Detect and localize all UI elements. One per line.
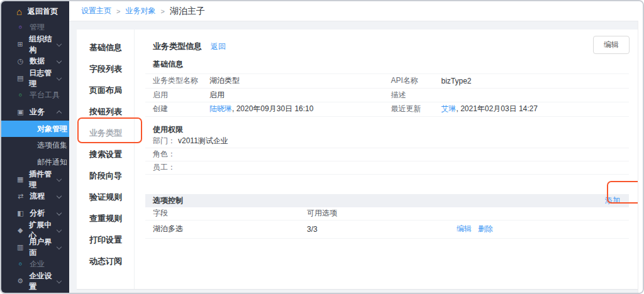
- main-sidebar: ⌂ 返回首页 ○ 管理 ⊞ 组织结构 ◷ 数据 ▤ 日志管理 ○ 平台工具 ▣: [1, 1, 69, 293]
- field-label: 启用: [153, 90, 209, 101]
- breadcrumb-business-objects[interactable]: 业务对象: [125, 6, 155, 16]
- field-name-cell: 湖泊多选: [153, 224, 307, 234]
- sidebar-item-label: 组织结构: [29, 34, 57, 55]
- row-edit-link[interactable]: 编辑: [457, 224, 472, 234]
- basic-info-header: 基础信息: [145, 59, 629, 70]
- created-by-user-link[interactable]: 陆晓琳: [209, 104, 232, 114]
- sidebar-item-business[interactable]: ▣ 业务: [1, 104, 69, 121]
- detail-panel: 编辑 业务类型信息 返回 基础信息 业务类型名称 湖泊类型 API名称 bizT…: [135, 30, 638, 289]
- ui-icon: ▥: [16, 244, 24, 251]
- sidebar-item-user-interface[interactable]: ▥ 用户界面: [1, 239, 69, 256]
- sidebar-item-label: 插件管理: [29, 169, 57, 190]
- chevron-down-icon: [57, 75, 62, 80]
- breadcrumb-separator: >: [116, 8, 120, 15]
- field-label: 创建: [153, 104, 209, 114]
- extension-icon: ◆: [16, 227, 24, 234]
- business-type-name-value: 湖泊类型: [209, 75, 240, 86]
- created-time: , 2020年09月30日 16:10: [232, 104, 313, 114]
- dept-label: 部门：: [153, 136, 175, 146]
- workflow-icon: ⇄: [16, 193, 25, 200]
- sidebar-item-label: 管理: [30, 22, 45, 33]
- dept-value: v2011测试企业: [178, 136, 228, 146]
- tab-search-settings[interactable]: 搜索设置: [77, 144, 134, 165]
- permissions-header: 使用权限: [145, 124, 629, 135]
- chevron-down-icon: [57, 176, 62, 181]
- tab-stage-wizard[interactable]: 阶段向导: [77, 165, 134, 187]
- sidebar-item-label: 用户界面: [29, 237, 57, 258]
- api-name-value: bizType2: [441, 77, 472, 85]
- log-icon: ▤: [16, 75, 24, 82]
- updated-by-user-link[interactable]: 艾琳: [441, 104, 457, 114]
- sidebar-item-option-value-set[interactable]: 选项值集: [1, 137, 69, 154]
- breadcrumb: 设置主页 > 业务对象 > 湖泊主子: [69, 1, 643, 21]
- sidebar-subitem-label: 对象管理: [37, 124, 67, 134]
- add-link[interactable]: 添加: [605, 195, 620, 206]
- tab-page-layout[interactable]: 页面布局: [77, 80, 134, 101]
- sidebar-item-plugin-management[interactable]: ▦ 插件管理: [1, 171, 69, 188]
- chevron-down-icon: [57, 193, 62, 198]
- business-icon: ▣: [16, 109, 25, 116]
- sidebar-item-label: 业务: [30, 107, 45, 117]
- row-delete-link[interactable]: 删除: [478, 224, 493, 234]
- sidebar-item-label: 数据: [30, 56, 45, 67]
- analysis-icon: ◧: [16, 210, 25, 217]
- sidebar-item-platform-tools[interactable]: ○ 平台工具: [1, 87, 69, 104]
- main-card: 基础信息 字段列表 页面布局 按钮列表 业务类型 搜索设置 阶段向导 验证规则 …: [77, 30, 638, 290]
- chevron-down-icon: [57, 41, 62, 46]
- home-icon: ⌂: [16, 7, 22, 16]
- chevron-up-icon: [57, 111, 62, 116]
- sidebar-subitem-label: 邮件通知: [37, 157, 67, 168]
- column-available-options: 可用选项: [307, 208, 457, 219]
- home-label: 返回首页: [28, 6, 58, 17]
- tab-basic-info[interactable]: 基础信息: [77, 37, 134, 58]
- clock-icon: ◷: [16, 58, 25, 65]
- chevron-down-icon: [57, 244, 62, 249]
- chevron-down-icon: [57, 227, 62, 232]
- scrollbar-track[interactable]: [638, 21, 643, 293]
- breadcrumb-settings-home[interactable]: 设置主页: [81, 6, 111, 16]
- field-label: 最近更新: [391, 104, 441, 114]
- tab-business-type[interactable]: 业务类型: [77, 122, 134, 144]
- tab-field-list[interactable]: 字段列表: [77, 58, 134, 80]
- table-row: 湖泊多选 3/3 编辑 删除: [145, 220, 629, 239]
- window-frame: ⌂ 返回首页 ○ 管理 ⊞ 组织结构 ◷ 数据 ▤ 日志管理 ○ 平台工具 ▣: [0, 0, 644, 294]
- circle-icon: ○: [16, 24, 25, 30]
- sidebar-item-workflow[interactable]: ⇄ 流程: [1, 188, 69, 205]
- tab-dedupe-rules[interactable]: 查重规则: [77, 208, 134, 229]
- sidebar-home-link[interactable]: ⌂ 返回首页: [1, 4, 69, 19]
- page-title: 业务类型信息: [153, 41, 202, 52]
- field-label: API名称: [391, 75, 441, 86]
- sidebar-item-label: 企业设置: [29, 271, 57, 292]
- edit-button[interactable]: 编辑: [593, 36, 630, 54]
- circle-icon: ○: [16, 261, 25, 267]
- basic-info-grid: 业务类型名称 湖泊类型 API名称 bizType2 启用 启用 描述: [145, 74, 629, 117]
- role-label: 角色：: [153, 149, 175, 160]
- option-table-header: 字段 可用选项: [145, 207, 629, 220]
- tab-print-settings[interactable]: 打印设置: [77, 229, 134, 251]
- sidebar-subitem-label: 选项值集: [37, 140, 67, 151]
- option-control-header: 选项控制: [153, 195, 183, 206]
- sidebar-item-object-management[interactable]: 对象管理: [1, 121, 69, 137]
- sidebar-item-org-structure[interactable]: ⊞ 组织结构: [1, 36, 69, 53]
- staff-label: 员工：: [153, 162, 175, 173]
- sidebar-item-log-management[interactable]: ▤ 日志管理: [1, 70, 69, 87]
- breadcrumb-separator: >: [160, 8, 164, 15]
- sidebar-item-enterprise-settings[interactable]: ⚙ 企业设置: [1, 273, 69, 290]
- field-label: 描述: [391, 90, 441, 101]
- chevron-down-icon: [57, 58, 62, 63]
- chevron-down-icon: [57, 210, 62, 215]
- tab-button-list[interactable]: 按钮列表: [77, 101, 134, 122]
- app-window: ⌂ 返回首页 ○ 管理 ⊞ 组织结构 ◷ 数据 ▤ 日志管理 ○ 平台工具 ▣: [0, 0, 644, 294]
- tab-validation-rules[interactable]: 验证规则: [77, 187, 134, 208]
- breadcrumb-current-page: 湖泊主子: [170, 6, 205, 17]
- circle-icon: ○: [16, 92, 25, 98]
- sidebar-item-label: 流程: [30, 191, 45, 202]
- options-count-cell: 3/3: [307, 225, 457, 234]
- sidebar-item-label: 日志管理: [29, 68, 57, 89]
- column-field: 字段: [153, 208, 307, 219]
- tab-dynamic-subscription[interactable]: 动态订阅: [77, 251, 134, 272]
- field-label: 业务类型名称: [153, 75, 209, 86]
- chevron-down-icon: [57, 278, 62, 283]
- back-link[interactable]: 返回: [211, 41, 226, 52]
- option-control-header-band: 选项控制 添加: [145, 194, 629, 207]
